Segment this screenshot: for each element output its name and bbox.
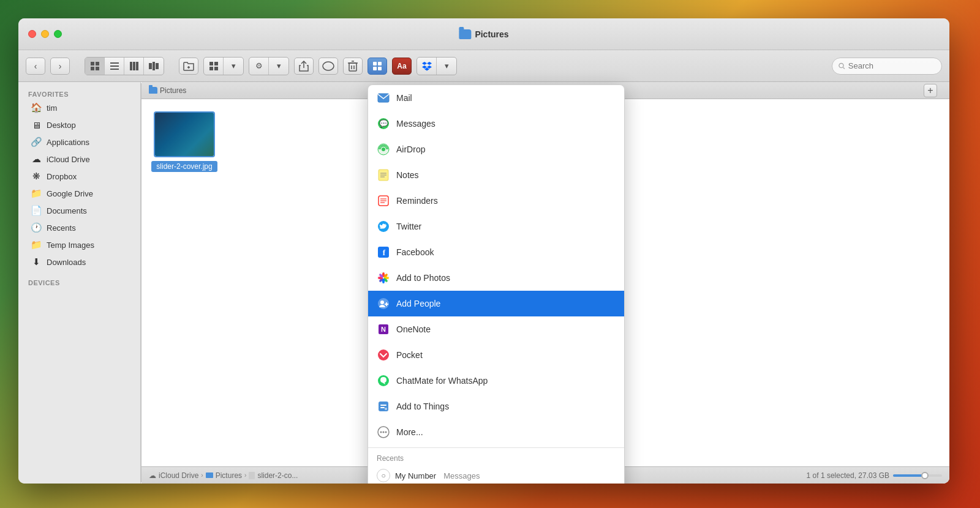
- group-dropdown-button[interactable]: ▾: [224, 58, 243, 75]
- sidebar-item-recents[interactable]: 🕐 Recents: [21, 219, 138, 236]
- sidebar-item-downloads[interactable]: ⬇ Downloads: [21, 253, 138, 271]
- temp-images-icon: 📁: [31, 239, 42, 250]
- documents-icon: 📄: [31, 205, 42, 216]
- window-title-area: Pictures: [459, 29, 508, 39]
- share-menu-item-add-people[interactable]: Add People: [368, 291, 624, 316]
- add-people-icon: [377, 297, 390, 310]
- sidebar-item-temp-images[interactable]: 📁 Temp Images: [21, 236, 138, 253]
- svg-rect-6: [110, 69, 119, 70]
- sidebar-item-applications[interactable]: 🔗 Applications: [21, 133, 138, 151]
- airdrop-icon: [377, 143, 390, 156]
- column-view-button[interactable]: [124, 58, 144, 75]
- svg-rect-16: [214, 62, 218, 65]
- share-menu-item-airdrop[interactable]: AirDrop: [368, 136, 624, 162]
- share-menu-item-mail[interactable]: Mail: [368, 85, 624, 111]
- breadcrumb-label: Pictures: [160, 86, 186, 95]
- icon-view-button[interactable]: [85, 58, 105, 75]
- svg-line-35: [843, 67, 845, 69]
- svg-marker-31: [422, 65, 427, 69]
- share-button[interactable]: [294, 58, 314, 75]
- sidebar-item-google-drive[interactable]: 📁 Google Drive: [21, 185, 138, 202]
- svg-rect-12: [156, 63, 159, 69]
- path-folder-icon: [206, 473, 213, 478]
- sidebar-item-label-icloud: iCloud Drive: [47, 155, 90, 164]
- title-bar: Pictures: [18, 18, 949, 50]
- twitter-icon: [377, 220, 390, 233]
- new-folder-button[interactable]: [179, 58, 198, 75]
- sidebar-item-label-google-drive: Google Drive: [47, 189, 93, 198]
- svg-text:N: N: [381, 326, 386, 333]
- forward-button[interactable]: ›: [50, 58, 70, 75]
- breadcrumb-pictures[interactable]: Pictures: [149, 86, 186, 95]
- finder-window: Pictures ‹ ›: [18, 18, 949, 484]
- font-button[interactable]: Aa: [392, 58, 412, 75]
- share-menu-item-add-to-photos[interactable]: Add to Photos: [368, 265, 624, 291]
- search-input[interactable]: [848, 61, 935, 70]
- delete-button[interactable]: [343, 58, 363, 75]
- devices-label: Devices: [18, 275, 140, 288]
- search-icon: [839, 62, 845, 70]
- recent-item-my-number[interactable]: ○ My Number Messages: [368, 464, 624, 484]
- selection-info: 1 of 1 selected, 27.03 GB: [807, 471, 889, 480]
- zoom-slider[interactable]: [893, 474, 942, 477]
- list-view-button[interactable]: [105, 58, 124, 75]
- share-menu-item-facebook[interactable]: f Facebook: [368, 239, 624, 265]
- tag-button[interactable]: [318, 58, 338, 75]
- sidebar-item-icloud[interactable]: ☁ iCloud Drive: [21, 151, 138, 168]
- share-menu-item-notes[interactable]: Notes: [368, 162, 624, 188]
- dropbox-button-group: ▾: [417, 57, 457, 75]
- svg-rect-18: [214, 67, 218, 70]
- path-sep2: ›: [244, 472, 246, 479]
- minimize-button[interactable]: [41, 30, 49, 38]
- add-tab-button[interactable]: +: [924, 84, 937, 97]
- dropbox-button[interactable]: [417, 58, 437, 75]
- action-dropdown-button[interactable]: ▾: [269, 58, 288, 75]
- favorites-label: Favorites: [18, 87, 140, 99]
- thumbnail-image: [155, 113, 214, 156]
- maximize-button[interactable]: [54, 30, 62, 38]
- back-button[interactable]: ‹: [26, 58, 45, 75]
- share-menu-item-chatmate[interactable]: ChatMate for WhatsApp: [368, 368, 624, 394]
- share-menu-item-onenote[interactable]: N OneNote: [368, 316, 624, 342]
- svg-point-75: [380, 431, 382, 433]
- recents-label: Recents: [368, 450, 624, 464]
- share-menu-item-more[interactable]: More...: [368, 419, 624, 445]
- share-menu-item-pocket[interactable]: Pocket: [368, 342, 624, 368]
- share-menu-label-add-people: Add People: [396, 299, 440, 308]
- onenote-icon: N: [377, 323, 390, 336]
- share-menu-label-more: More...: [396, 427, 423, 437]
- sidebar-item-dropbox[interactable]: ❋ Dropbox: [21, 168, 138, 185]
- svg-marker-32: [427, 65, 432, 69]
- svg-marker-33: [424, 67, 429, 70]
- cover-flow-button[interactable]: [144, 58, 164, 75]
- share-menu-item-add-to-things[interactable]: Add to Things: [368, 394, 624, 419]
- svg-point-41: [382, 148, 385, 151]
- slider-thumb[interactable]: [921, 472, 929, 479]
- svg-rect-37: [378, 94, 389, 102]
- apps-stack-button[interactable]: [368, 58, 387, 75]
- group-button[interactable]: [204, 58, 224, 75]
- dropbox-dropdown-button[interactable]: ▾: [437, 58, 456, 75]
- search-box[interactable]: [832, 58, 942, 75]
- close-button[interactable]: [28, 30, 36, 38]
- sidebar-item-documents[interactable]: 📄 Documents: [21, 202, 138, 219]
- share-menu-item-messages[interactable]: 💬 Messages: [368, 111, 624, 136]
- share-menu-item-reminders[interactable]: Reminders: [368, 188, 624, 214]
- file-label: slider-2-cover.jpg: [151, 161, 217, 172]
- svg-rect-3: [96, 67, 99, 70]
- status-right: 1 of 1 selected, 27.03 GB: [807, 471, 942, 480]
- forward-icon: ›: [59, 61, 62, 71]
- svg-rect-8: [133, 62, 135, 70]
- path-filename: slider-2-co...: [257, 471, 298, 480]
- sidebar-item-tim[interactable]: 🏠 tim: [21, 99, 138, 116]
- share-menu-item-twitter[interactable]: Twitter: [368, 214, 624, 239]
- recent-app-my-number: Messages: [443, 471, 480, 480]
- sidebar-item-label-dropbox: Dropbox: [47, 172, 77, 181]
- action-button[interactable]: ⚙: [249, 58, 269, 75]
- things-icon: [377, 400, 390, 413]
- svg-rect-17: [209, 67, 213, 70]
- file-item[interactable]: slider-2-cover.jpg: [154, 111, 215, 172]
- path-file-icon: [249, 472, 255, 479]
- sidebar-item-label-recents: Recents: [47, 223, 76, 233]
- sidebar-item-desktop[interactable]: 🖥 Desktop: [21, 116, 138, 133]
